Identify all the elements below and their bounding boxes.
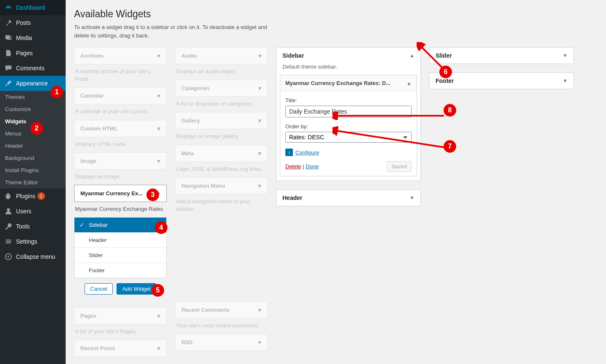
chevron-down-icon: ▼: [409, 195, 415, 201]
chevron-down-icon: ▼: [563, 53, 568, 58]
area-slider-toggle[interactable]: Slider▼: [430, 48, 574, 64]
chevron-down-icon: ▾: [258, 150, 261, 157]
brush-icon: [4, 79, 13, 88]
area-header-toggle[interactable]: Header▼: [276, 190, 420, 206]
chooser-sidebar[interactable]: Sidebar: [74, 217, 166, 232]
menu-label: Posts: [16, 19, 31, 26]
sidebar-widget-toggle[interactable]: Myanmar Currency Exchange Rates: D...▲: [280, 75, 417, 91]
chooser-header[interactable]: Header: [74, 232, 166, 247]
chevron-down-icon: ▾: [157, 53, 160, 59]
chevron-down-icon: ▾: [157, 313, 160, 319]
available-widgets: Archives▾A monthly archive of your site'…: [74, 47, 268, 357]
chevron-down-icon: ▾: [157, 345, 160, 351]
annotation-2: 2: [30, 122, 43, 135]
menu-label: Plugins: [16, 193, 35, 199]
appearance-submenu: Themes Customize Widgets Menus Header Ba…: [0, 91, 66, 189]
annotation-1: 1: [50, 86, 63, 98]
widget-nav-menu[interactable]: Navigation Menu▾: [175, 177, 268, 194]
widget-image[interactable]: Image▾: [74, 152, 167, 170]
menu-collapse[interactable]: Collapse menu: [0, 249, 66, 264]
widget-pages[interactable]: Pages▾: [74, 307, 167, 324]
configure-link[interactable]: Configure: [295, 149, 319, 156]
tool-icon: [4, 222, 13, 231]
widget-audio[interactable]: Audio▾: [175, 47, 268, 64]
menu-pages[interactable]: Pages: [0, 45, 66, 61]
menu-label: Tools: [16, 223, 30, 230]
order-select[interactable]: Rates: DESC: [285, 132, 412, 143]
menu-tools[interactable]: Tools: [0, 219, 66, 234]
order-label: Order by:: [285, 123, 412, 130]
chevron-down-icon: ▾: [157, 158, 160, 164]
widget-calendar[interactable]: Calendar▾: [74, 87, 167, 104]
cancel-button[interactable]: Cancel: [85, 283, 112, 295]
widget-meta[interactable]: Meta▾: [175, 145, 268, 162]
annotation-6: 6: [439, 66, 452, 78]
widget-archives[interactable]: Archives▾: [74, 47, 167, 64]
menu-posts[interactable]: Posts: [0, 15, 66, 30]
menu-plugins[interactable]: Plugins1: [0, 189, 66, 204]
widget-custom-html[interactable]: Custom HTML▾: [74, 120, 167, 137]
saved-indicator: Saved: [387, 161, 412, 172]
area-footer-toggle[interactable]: Footer▼: [430, 73, 574, 89]
submenu-background[interactable]: Background: [0, 152, 66, 164]
submenu-theme-editor[interactable]: Theme Editor: [0, 176, 66, 189]
widget-recent-posts[interactable]: Recent Posts▾: [74, 340, 167, 357]
menu-label: Settings: [16, 238, 37, 245]
menu-label: Users: [16, 208, 32, 215]
title-input[interactable]: [285, 106, 412, 117]
chooser-footer[interactable]: Footer: [74, 263, 166, 278]
submenu-header[interactable]: Header: [0, 140, 66, 152]
chevron-down-icon: ▾: [258, 53, 261, 59]
main-content: Available Widgets To activate a widget d…: [66, 0, 606, 364]
submenu-customize[interactable]: Customize: [0, 103, 66, 115]
menu-dashboard[interactable]: Dashboard: [0, 0, 66, 15]
menu-label: Appearance: [16, 80, 48, 87]
done-link[interactable]: Done: [306, 163, 319, 170]
widget-rss[interactable]: RSS▾: [175, 334, 268, 351]
submenu-install-plugins[interactable]: Install Plugins: [0, 164, 66, 176]
page-title: Available Widgets: [74, 8, 598, 20]
chevron-down-icon: ▾: [258, 307, 261, 313]
chevron-up-icon: ▲: [407, 80, 412, 86]
widget-recent-comments[interactable]: Recent Comments▾: [175, 301, 268, 319]
annotation-3: 3: [146, 189, 159, 201]
menu-users[interactable]: Users: [0, 204, 66, 219]
admin-sidebar: Dashboard Posts Media Pages Comments App…: [0, 0, 66, 364]
chevron-up-icon: ▲: [409, 53, 415, 58]
annotation-7: 7: [444, 140, 456, 153]
annotation-8: 8: [444, 104, 456, 117]
area-header: Header▼: [276, 189, 421, 206]
area-slider: Slider▼: [429, 47, 574, 64]
title-label: Title:: [285, 97, 412, 104]
widget-areas-col1: Sidebar▲ Default theme sidebar. Myanmar …: [276, 47, 421, 215]
menu-settings[interactable]: Settings: [0, 234, 66, 249]
menu-comments[interactable]: Comments: [0, 61, 66, 76]
plugin-badge: 1: [37, 192, 45, 200]
area-sidebar-toggle[interactable]: Sidebar▲: [276, 48, 420, 64]
settings-icon: [4, 237, 13, 246]
sort-icon: ↕: [285, 149, 293, 156]
chooser-slider[interactable]: Slider: [74, 247, 166, 263]
widget-gallery[interactable]: Gallery▾: [175, 112, 268, 129]
svg-point-0: [7, 208, 10, 211]
add-widget-button[interactable]: Add Widget: [117, 283, 156, 295]
chevron-down-icon: ▼: [563, 78, 568, 84]
menu-label: Dashboard: [16, 4, 45, 11]
annotation-4: 4: [155, 221, 167, 234]
chevron-down-icon: ▾: [258, 85, 261, 91]
comment-icon: [4, 64, 13, 72]
chevron-down-icon: ▾: [157, 93, 160, 99]
menu-label: Pages: [16, 50, 33, 56]
widget-action-links: Delete | Done: [285, 163, 319, 170]
area-sidebar-desc: Default theme sidebar.: [276, 64, 420, 75]
collapse-icon: [4, 252, 13, 261]
area-sidebar: Sidebar▲ Default theme sidebar. Myanmar …: [276, 47, 421, 181]
dashboard-icon: [4, 3, 13, 12]
widget-categories[interactable]: Categories▾: [175, 80, 268, 97]
delete-link[interactable]: Delete: [285, 163, 301, 170]
chevron-down-icon: ▾: [258, 117, 261, 124]
menu-media[interactable]: Media: [0, 30, 66, 45]
menu-label: Media: [16, 35, 32, 41]
widget-full-title: Myanmar Currency Exchange Rates: [74, 202, 167, 217]
widget-area-chooser: Sidebar Header Slider Footer: [74, 217, 167, 278]
